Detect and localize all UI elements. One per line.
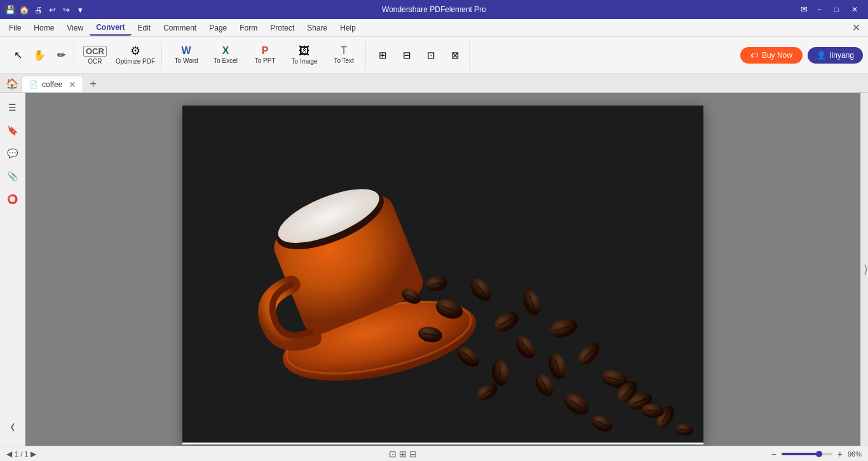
next-page-button[interactable]: ▶ (31, 450, 36, 458)
to-ppt-button[interactable]: P To PPT (246, 41, 284, 69)
zoom-in-button[interactable]: + (835, 449, 845, 459)
menu-home[interactable]: Home (27, 21, 60, 35)
ocr-icon: OCR (83, 46, 107, 57)
image-icon: 🖼 (299, 45, 310, 57)
extra-icon3: ⊡ (427, 50, 435, 60)
zoom-controls: − + 96% (769, 449, 862, 459)
hand-tool-button[interactable]: ✋ (29, 45, 50, 65)
buy-now-label: Buy Now (762, 51, 792, 60)
extra-icon4: ⊠ (451, 50, 459, 60)
sidebar-collapse[interactable] (9, 421, 17, 441)
view-mode-icons: ⊡ ⊞ ⊟ (389, 449, 417, 459)
convert-tools: W To Word X To Excel P To PPT 🖼 To Image… (165, 41, 366, 70)
ocr-tools: OCR OCR ⚙ Optimize PDF (77, 41, 162, 70)
to-excel-label: To Excel (214, 57, 238, 64)
email-icon[interactable]: ✉ (799, 4, 810, 14)
user-icon: 👤 (817, 51, 826, 60)
menu-help[interactable]: Help (334, 21, 362, 35)
dropdown-icon[interactable]: ▾ (75, 4, 85, 15)
word-icon: W (182, 46, 191, 56)
zoom-slider-thumb (816, 451, 822, 457)
zoom-out-button[interactable]: − (769, 449, 779, 459)
prev-page-button[interactable]: ◀ (6, 450, 12, 458)
menu-convert[interactable]: Convert (90, 20, 131, 36)
extra-icon2: ⊟ (403, 50, 411, 60)
extra-btn1[interactable]: ⊞ (371, 41, 394, 69)
document-tab[interactable]: 📄 coffee ✕ (22, 76, 83, 92)
to-excel-button[interactable]: X To Excel (207, 41, 245, 69)
optimize-button[interactable]: ⚙ Optimize PDF (112, 41, 159, 69)
coffee-image (182, 106, 703, 443)
save-icon[interactable]: 💾 (5, 4, 15, 15)
excel-icon: X (222, 46, 229, 56)
main-area: ☰ 🔖 💬 📎 ⭕ (0, 93, 868, 446)
grid-view-icon[interactable]: ⊟ (409, 449, 417, 459)
maximize-button[interactable]: □ (829, 4, 844, 15)
print-icon[interactable]: 🖨 (33, 4, 43, 15)
new-tab-button[interactable]: + (85, 76, 101, 92)
optimize-icon: ⚙ (130, 45, 140, 57)
redo-icon[interactable]: ↪ (61, 4, 71, 15)
extra-btn2[interactable]: ⊟ (395, 41, 418, 69)
undo-icon[interactable]: ↩ (47, 4, 57, 15)
optimize-label: Optimize PDF (116, 58, 155, 65)
menu-form[interactable]: Form (233, 21, 264, 35)
zoom-level: 96% (848, 450, 862, 458)
double-page-view-icon[interactable]: ⊞ (399, 449, 407, 459)
tab-name: coffee (42, 80, 62, 89)
close-button[interactable]: ✕ (846, 4, 863, 15)
extra-btn3[interactable]: ⊡ (419, 41, 442, 69)
page-indicator: 1 / 1 (15, 450, 28, 458)
title-bar: 💾 🏠 🖨 ↩ ↪ ▾ Wondershare PDFelement Pro ✉… (0, 0, 868, 19)
title-left-icons: 💾 🏠 🖨 ↩ ↪ ▾ (5, 4, 85, 15)
menu-file[interactable]: File (3, 21, 27, 35)
to-word-button[interactable]: W To Word (167, 41, 205, 69)
toolbar: ↖ ✋ ✏ OCR OCR ⚙ Optimize PDF W To Word X… (0, 37, 868, 74)
sidebar-attachments[interactable]: 📎 (3, 167, 22, 186)
select-tool-button[interactable]: ↖ (8, 45, 28, 65)
to-image-button[interactable]: 🖼 To Image (285, 41, 323, 69)
selection-tools: ↖ ✋ ✏ (5, 41, 74, 70)
extra-btn4[interactable]: ⊠ (444, 41, 466, 69)
buy-now-button[interactable]: 🏷 Buy Now (740, 47, 803, 64)
status-bar: ◀ 1 / 1 ▶ ⊡ ⊞ ⊟ − + 96% (0, 446, 868, 461)
minimize-button[interactable]: − (812, 4, 827, 15)
user-name-label: linyang (830, 51, 854, 60)
tab-close-button[interactable]: ✕ (69, 79, 76, 90)
sidebar-thumbnails[interactable]: ☰ (3, 98, 22, 117)
menu-close-button[interactable]: ✕ (847, 22, 865, 34)
ocr-button[interactable]: OCR OCR (79, 41, 111, 69)
page-navigation: ◀ 1 / 1 ▶ (6, 450, 36, 458)
menu-bar: File Home View Convert Edit Comment Page… (0, 19, 868, 37)
zoom-slider-fill (782, 453, 817, 455)
menu-comment[interactable]: Comment (157, 21, 203, 35)
home-tab-button[interactable]: 🏠 (3, 74, 22, 92)
user-button[interactable]: 👤 linyang (808, 47, 863, 64)
sidebar-comments[interactable]: 💬 (3, 144, 22, 163)
right-panel-handle[interactable] (860, 93, 868, 446)
zoom-slider[interactable] (782, 453, 832, 455)
text-icon: T (341, 46, 347, 56)
ppt-icon: P (262, 46, 269, 56)
menu-view[interactable]: View (60, 21, 90, 35)
menu-share[interactable]: Share (301, 21, 334, 35)
to-text-button[interactable]: T To Text (325, 41, 363, 69)
document-canvas[interactable] (25, 93, 860, 446)
to-ppt-label: To PPT (255, 57, 276, 64)
action-buttons: 🏷 Buy Now 👤 linyang (740, 47, 863, 64)
menu-edit[interactable]: Edit (132, 21, 158, 35)
tab-bar: 🏠 📄 coffee ✕ + (0, 74, 868, 93)
edit-tool-button[interactable]: ✏ (51, 45, 71, 65)
window-controls: ✉ − □ ✕ (799, 4, 863, 15)
sidebar-bookmarks[interactable]: 🔖 (3, 121, 22, 140)
buy-icon: 🏷 (750, 51, 758, 60)
menu-protect[interactable]: Protect (264, 21, 301, 35)
single-page-view-icon[interactable]: ⊡ (389, 449, 397, 459)
pdf-page (182, 106, 703, 444)
menu-page[interactable]: Page (203, 21, 233, 35)
ocr-label: OCR (88, 58, 102, 65)
sidebar-circle[interactable]: ⭕ (3, 189, 22, 209)
to-text-label: To Text (334, 57, 354, 64)
tab-pdf-icon: 📄 (29, 80, 38, 89)
home-icon[interactable]: 🏠 (19, 4, 29, 15)
